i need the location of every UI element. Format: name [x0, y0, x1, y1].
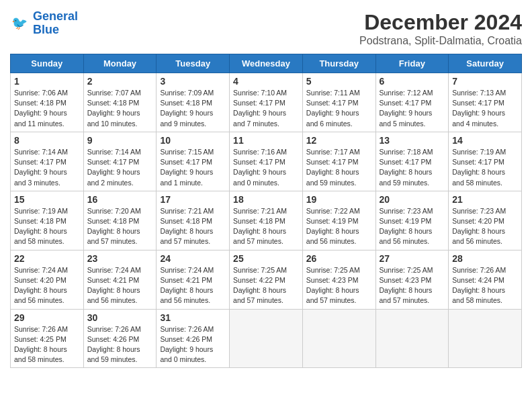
header-thursday: Thursday [302, 54, 375, 73]
day-info: Sunrise: 7:24 AMSunset: 4:21 PMDaylight:… [160, 266, 214, 305]
table-row: 21 Sunrise: 7:23 AMSunset: 4:20 PMDaylig… [449, 191, 522, 250]
table-row: 14 Sunrise: 7:19 AMSunset: 4:17 PMDaylig… [449, 132, 522, 191]
day-info: Sunrise: 7:21 AMSunset: 4:18 PMDaylight:… [160, 207, 214, 246]
day-info: Sunrise: 7:16 AMSunset: 4:17 PMDaylight:… [233, 148, 287, 187]
day-info: Sunrise: 7:25 AMSunset: 4:23 PMDaylight:… [306, 266, 360, 305]
calendar-body: 1 Sunrise: 7:06 AMSunset: 4:18 PMDayligh… [11, 73, 522, 368]
table-row: 16 Sunrise: 7:20 AMSunset: 4:18 PMDaylig… [83, 191, 157, 250]
logo: 🐦 General Blue [10, 10, 78, 37]
table-row: 25 Sunrise: 7:25 AMSunset: 4:22 PMDaylig… [230, 250, 303, 309]
day-number: 6 [380, 76, 445, 87]
svg-text:🐦: 🐦 [11, 15, 28, 31]
empty-cell [230, 309, 303, 368]
day-info: Sunrise: 7:21 AMSunset: 4:18 PMDaylight:… [233, 207, 287, 246]
day-info: Sunrise: 7:12 AMSunset: 4:17 PMDaylight:… [380, 89, 433, 128]
table-row: 24 Sunrise: 7:24 AMSunset: 4:21 PMDaylig… [157, 250, 230, 309]
table-row: 9 Sunrise: 7:14 AMSunset: 4:17 PMDayligh… [83, 132, 157, 191]
day-number: 29 [14, 312, 80, 323]
day-info: Sunrise: 7:13 AMSunset: 4:17 PMDaylight:… [452, 89, 506, 128]
table-row: 7 Sunrise: 7:13 AMSunset: 4:17 PMDayligh… [449, 73, 522, 132]
day-number: 11 [233, 135, 299, 146]
table-row: 15 Sunrise: 7:19 AMSunset: 4:18 PMDaylig… [11, 191, 84, 250]
table-row: 3 Sunrise: 7:09 AMSunset: 4:18 PMDayligh… [157, 73, 230, 132]
day-number: 18 [233, 194, 299, 205]
day-info: Sunrise: 7:18 AMSunset: 4:17 PMDaylight:… [380, 148, 433, 187]
header-friday: Friday [375, 54, 449, 73]
day-info: Sunrise: 7:07 AMSunset: 4:18 PMDaylight:… [87, 89, 141, 128]
title-area: December 2024 Podstrana, Split-Dalmatia,… [359, 10, 522, 47]
empty-cell [449, 309, 522, 368]
table-row: 4 Sunrise: 7:10 AMSunset: 4:17 PMDayligh… [230, 73, 303, 132]
table-row: 18 Sunrise: 7:21 AMSunset: 4:18 PMDaylig… [230, 191, 303, 250]
day-number: 2 [87, 76, 153, 87]
table-row: 1 Sunrise: 7:06 AMSunset: 4:18 PMDayligh… [11, 73, 84, 132]
day-info: Sunrise: 7:24 AMSunset: 4:20 PMDaylight:… [14, 266, 68, 305]
day-info: Sunrise: 7:17 AMSunset: 4:17 PMDaylight:… [306, 148, 360, 187]
day-number: 12 [306, 135, 372, 146]
day-info: Sunrise: 7:23 AMSunset: 4:19 PMDaylight:… [380, 207, 433, 246]
logo-general: General [33, 9, 78, 23]
day-number: 22 [14, 253, 80, 264]
day-info: Sunrise: 7:10 AMSunset: 4:17 PMDaylight:… [233, 89, 287, 128]
table-row: 19 Sunrise: 7:22 AMSunset: 4:19 PMDaylig… [302, 191, 375, 250]
day-number: 19 [306, 194, 372, 205]
calendar-week-3: 15 Sunrise: 7:19 AMSunset: 4:18 PMDaylig… [11, 191, 522, 250]
day-info: Sunrise: 7:26 AMSunset: 4:25 PMDaylight:… [14, 325, 68, 364]
day-number: 1 [14, 76, 80, 87]
day-info: Sunrise: 7:20 AMSunset: 4:18 PMDaylight:… [87, 207, 141, 246]
day-info: Sunrise: 7:25 AMSunset: 4:22 PMDaylight:… [233, 266, 287, 305]
calendar-table: Sunday Monday Tuesday Wednesday Thursday… [10, 54, 522, 368]
table-row: 13 Sunrise: 7:18 AMSunset: 4:17 PMDaylig… [375, 132, 449, 191]
day-number: 5 [306, 76, 372, 87]
empty-cell [302, 309, 375, 368]
day-number: 31 [160, 312, 226, 323]
day-number: 15 [14, 194, 80, 205]
table-row: 22 Sunrise: 7:24 AMSunset: 4:20 PMDaylig… [11, 250, 84, 309]
day-info: Sunrise: 7:26 AMSunset: 4:26 PMDaylight:… [160, 325, 214, 364]
calendar-week-1: 1 Sunrise: 7:06 AMSunset: 4:18 PMDayligh… [11, 73, 522, 132]
day-number: 30 [87, 312, 153, 323]
day-info: Sunrise: 7:22 AMSunset: 4:19 PMDaylight:… [306, 207, 360, 246]
table-row: 27 Sunrise: 7:25 AMSunset: 4:23 PMDaylig… [375, 250, 449, 309]
day-info: Sunrise: 7:15 AMSunset: 4:17 PMDaylight:… [160, 148, 214, 187]
day-number: 25 [233, 253, 299, 264]
table-row: 5 Sunrise: 7:11 AMSunset: 4:17 PMDayligh… [302, 73, 375, 132]
calendar-header: Sunday Monday Tuesday Wednesday Thursday… [11, 54, 522, 73]
table-row: 26 Sunrise: 7:25 AMSunset: 4:23 PMDaylig… [302, 250, 375, 309]
header-wednesday: Wednesday [230, 54, 303, 73]
page-header: 🐦 General Blue December 2024 Podstrana, … [10, 10, 522, 47]
table-row: 11 Sunrise: 7:16 AMSunset: 4:17 PMDaylig… [230, 132, 303, 191]
day-info: Sunrise: 7:23 AMSunset: 4:20 PMDaylight:… [452, 207, 506, 246]
day-number: 10 [160, 135, 226, 146]
day-number: 9 [87, 135, 153, 146]
table-row: 2 Sunrise: 7:07 AMSunset: 4:18 PMDayligh… [83, 73, 157, 132]
table-row: 28 Sunrise: 7:26 AMSunset: 4:24 PMDaylig… [449, 250, 522, 309]
day-number: 21 [452, 194, 518, 205]
day-info: Sunrise: 7:14 AMSunset: 4:17 PMDaylight:… [14, 148, 68, 187]
day-info: Sunrise: 7:09 AMSunset: 4:18 PMDaylight:… [160, 89, 214, 128]
table-row: 12 Sunrise: 7:17 AMSunset: 4:17 PMDaylig… [302, 132, 375, 191]
day-info: Sunrise: 7:25 AMSunset: 4:23 PMDaylight:… [380, 266, 433, 305]
day-number: 4 [233, 76, 299, 87]
day-number: 17 [160, 194, 226, 205]
table-row: 8 Sunrise: 7:14 AMSunset: 4:17 PMDayligh… [11, 132, 84, 191]
month-title: December 2024 [359, 10, 522, 35]
day-number: 16 [87, 194, 153, 205]
table-row: 17 Sunrise: 7:21 AMSunset: 4:18 PMDaylig… [157, 191, 230, 250]
header-tuesday: Tuesday [157, 54, 230, 73]
table-row: 30 Sunrise: 7:26 AMSunset: 4:26 PMDaylig… [83, 309, 157, 368]
day-number: 24 [160, 253, 226, 264]
day-number: 23 [87, 253, 153, 264]
day-number: 13 [380, 135, 445, 146]
table-row: 20 Sunrise: 7:23 AMSunset: 4:19 PMDaylig… [375, 191, 449, 250]
day-info: Sunrise: 7:26 AMSunset: 4:24 PMDaylight:… [452, 266, 506, 305]
table-row: 29 Sunrise: 7:26 AMSunset: 4:25 PMDaylig… [11, 309, 84, 368]
day-info: Sunrise: 7:19 AMSunset: 4:18 PMDaylight:… [14, 207, 68, 246]
day-number: 3 [160, 76, 226, 87]
calendar-week-2: 8 Sunrise: 7:14 AMSunset: 4:17 PMDayligh… [11, 132, 522, 191]
day-number: 8 [14, 135, 80, 146]
day-number: 20 [380, 194, 445, 205]
table-row: 23 Sunrise: 7:24 AMSunset: 4:21 PMDaylig… [83, 250, 157, 309]
header-sunday: Sunday [11, 54, 84, 73]
empty-cell [375, 309, 449, 368]
